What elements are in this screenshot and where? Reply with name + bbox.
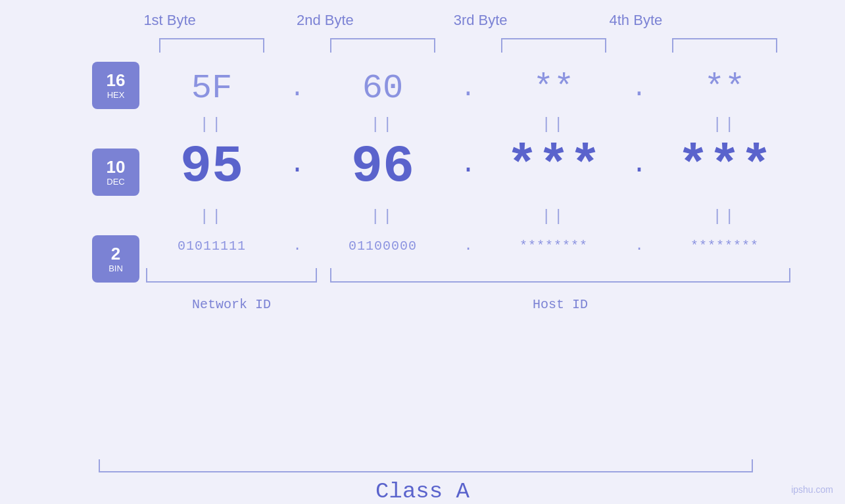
hex-dot-2: . <box>448 74 488 103</box>
bracket-cell-2 <box>317 38 448 53</box>
dec-badge: 10 DEC <box>92 149 139 196</box>
badges-column: 16 HEX 10 DEC 2 BIN <box>92 35 139 283</box>
class-bracket <box>99 459 753 472</box>
byte-headers-row: 1st Byte 2nd Byte 3rd Byte 4th Byte <box>0 12 845 29</box>
dec-dot-2: . <box>448 150 488 185</box>
bin-byte4: ******** <box>659 239 790 254</box>
byte4-header: 4th Byte <box>570 12 702 29</box>
main-area: 16 HEX 10 DEC 2 BIN <box>0 35 845 455</box>
dec-byte2: 96 <box>317 141 448 193</box>
dec-byte3: *** <box>488 141 619 193</box>
hex-dot-1: . <box>278 74 317 103</box>
network-id-bracket <box>146 268 317 283</box>
dec-badge-num: 10 <box>107 158 126 177</box>
hex-badge-num: 16 <box>107 71 126 90</box>
bytes-content: 5F . 60 . ** . ** || || || || 95 <box>139 35 790 312</box>
host-id-label: Host ID <box>330 297 790 312</box>
dec-row: 95 . 96 . *** . *** <box>139 134 790 200</box>
bracket-cell-1 <box>146 38 278 53</box>
top-bracket-3 <box>501 38 606 53</box>
host-id-bracket <box>330 268 790 283</box>
class-label: Class A <box>92 479 753 504</box>
main-container: 1st Byte 2nd Byte 3rd Byte 4th Byte 16 H… <box>0 0 845 504</box>
bin-badge-num: 2 <box>111 244 120 263</box>
top-bracket-2 <box>330 38 435 53</box>
bin-dot-3: . <box>619 238 659 254</box>
id-labels-row: Network ID Host ID <box>139 297 790 312</box>
eq1: || <box>146 116 278 133</box>
top-bracket-4 <box>672 38 777 53</box>
id-gap <box>317 297 330 312</box>
bin-dot-1: . <box>278 238 317 254</box>
dec-byte4: *** <box>659 141 790 193</box>
hex-byte4: ** <box>659 69 790 108</box>
beq4: || <box>659 208 790 225</box>
hex-dot-3: . <box>619 74 659 103</box>
bin-equals-row: || || || || <box>139 206 790 226</box>
hex-byte2: 60 <box>317 69 448 108</box>
beq3: || <box>488 208 619 225</box>
top-bracket-1 <box>159 38 264 53</box>
bin-badge: 2 BIN <box>92 235 139 283</box>
eq2: || <box>317 116 448 133</box>
bottom-bracket-row <box>139 268 790 294</box>
beq2: || <box>317 208 448 225</box>
hex-byte1: 5F <box>146 69 278 108</box>
dec-dot-1: . <box>278 150 317 185</box>
byte2-header: 2nd Byte <box>259 12 391 29</box>
bin-badge-label: BIN <box>109 263 123 273</box>
hex-equals-row: || || || || <box>139 114 790 134</box>
watermark: ipshu.com <box>791 484 833 495</box>
dec-byte1: 95 <box>146 141 278 193</box>
dec-dot-3: . <box>619 150 659 185</box>
hex-badge: 16 HEX <box>92 62 139 109</box>
bin-row: 01011111 . 01100000 . ******** . *******… <box>139 226 790 265</box>
class-section: Class A <box>0 459 845 504</box>
eq4: || <box>659 116 790 133</box>
hex-byte3: ** <box>488 69 619 108</box>
bin-byte1: 01011111 <box>146 239 278 254</box>
bin-dot-2: . <box>448 238 488 254</box>
hex-row: 5F . 60 . ** . ** <box>139 62 790 114</box>
hex-badge-label: HEX <box>107 90 125 100</box>
byte1-header: 1st Byte <box>104 12 235 29</box>
network-id-label: Network ID <box>146 297 317 312</box>
byte3-header: 3rd Byte <box>415 12 546 29</box>
top-bracket-row <box>139 35 790 55</box>
bin-byte3: ******** <box>488 239 619 254</box>
beq1: || <box>146 208 278 225</box>
bracket-cell-3 <box>488 38 619 53</box>
dec-badge-label: DEC <box>107 177 124 187</box>
eq3: || <box>488 116 619 133</box>
bin-byte2: 01100000 <box>317 239 448 254</box>
bracket-cell-4 <box>659 38 790 53</box>
